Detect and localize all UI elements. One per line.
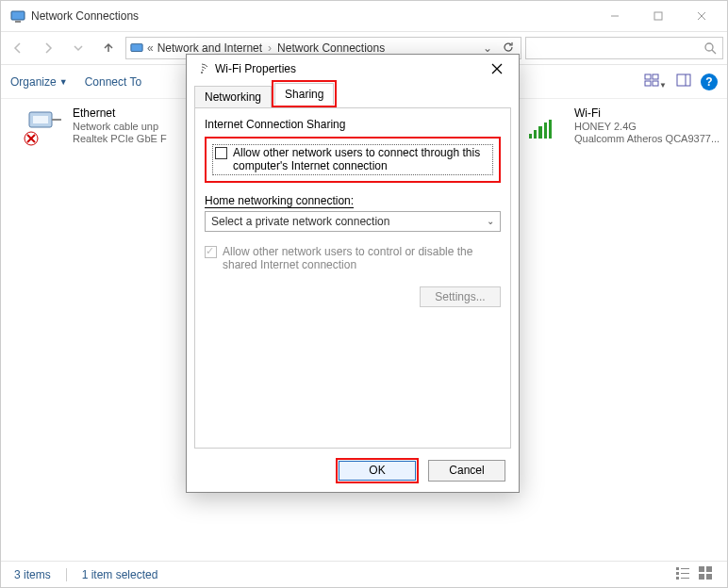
search-box[interactable]: [525, 37, 723, 59]
status-selected-count: 1 item selected: [82, 568, 158, 581]
status-item-count: 3 items: [14, 568, 51, 581]
svg-rect-16: [33, 116, 48, 123]
home-connection-select[interactable]: Select a private network connection ⌄: [205, 211, 501, 232]
adapter-status: HONEY 2.4G: [574, 121, 720, 132]
highlight-ok-button: OK: [336, 458, 419, 483]
dialog-title: Wi-Fi Properties: [215, 62, 483, 75]
search-icon: [703, 41, 717, 55]
svg-rect-13: [677, 74, 690, 86]
back-button[interactable]: [5, 35, 31, 61]
svg-rect-23: [681, 573, 689, 574]
forward-button[interactable]: [35, 35, 61, 61]
svg-point-7: [705, 43, 713, 51]
svg-rect-29: [706, 574, 712, 580]
app-icon: [10, 8, 25, 24]
breadcrumb-sep: ›: [266, 41, 273, 55]
allow-control-label: Allow other network users to control or …: [223, 245, 501, 271]
svg-rect-25: [681, 578, 689, 579]
dialog-titlebar: Wi-Fi Properties: [187, 55, 519, 83]
svg-point-30: [201, 72, 203, 74]
window-titlebar: Network Connections: [1, 1, 727, 31]
close-button[interactable]: [680, 1, 723, 31]
svg-rect-20: [676, 567, 679, 570]
home-connection-value: Select a private network connection: [211, 215, 389, 228]
error-icon: [24, 131, 39, 146]
svg-rect-21: [681, 568, 689, 569]
organize-menu[interactable]: Organize▼: [10, 75, 68, 89]
wifi-icon: [529, 106, 567, 144]
wifi-properties-dialog: Wi-Fi Properties Networking Sharing Inte…: [186, 54, 520, 493]
svg-rect-22: [676, 572, 679, 575]
tab-sharing[interactable]: Sharing: [274, 83, 334, 105]
adapter-wifi[interactable]: Wi-Fi HONEY 2.4G Qualcomm Atheros QCA937…: [529, 106, 728, 144]
minimize-button[interactable]: [593, 1, 637, 31]
adapter-name: Ethernet: [73, 106, 167, 120]
adapter-status: Network cable unp: [73, 121, 167, 132]
allow-connect-label: Allow other network users to connect thr…: [233, 146, 490, 173]
settings-button: Settings...: [420, 286, 501, 307]
dialog-close-button[interactable]: [483, 55, 511, 83]
recent-button[interactable]: [65, 35, 91, 61]
svg-rect-11: [645, 81, 651, 86]
home-connection-label: Home networking connection:: [205, 194, 501, 207]
svg-rect-26: [699, 566, 704, 572]
help-button[interactable]: ?: [701, 74, 718, 90]
chevron-down-icon: ⌄: [487, 216, 494, 226]
allow-control-checkbox: [205, 246, 217, 258]
ok-button[interactable]: OK: [339, 461, 416, 481]
address-dropdown[interactable]: ⌄: [479, 41, 496, 55]
svg-rect-3: [654, 12, 662, 20]
allow-connect-row[interactable]: Allow other network users to connect thr…: [212, 144, 493, 175]
svg-rect-0: [11, 11, 25, 20]
allow-control-row: Allow other network users to control or …: [205, 245, 501, 271]
svg-rect-10: [653, 74, 658, 79]
svg-rect-28: [699, 574, 704, 580]
organize-label: Organize: [10, 75, 57, 89]
preview-pane-button[interactable]: [676, 73, 691, 90]
maximize-button[interactable]: [637, 1, 680, 31]
highlight-sharing-tab: Sharing: [272, 80, 337, 107]
tab-networking[interactable]: Networking: [194, 86, 272, 107]
adapter-device: Qualcomm Atheros QCA9377...: [574, 133, 720, 144]
connect-to-menu[interactable]: Connect To: [85, 75, 142, 89]
large-icons-view-button[interactable]: [697, 564, 714, 584]
svg-line-8: [712, 50, 716, 54]
svg-rect-6: [131, 44, 142, 52]
ethernet-icon: [27, 106, 65, 144]
group-label: Internet Connection Sharing: [205, 118, 501, 131]
adapter-device: Realtek PCIe GbE F: [73, 133, 167, 144]
chevron-down-icon: ▼: [59, 77, 68, 87]
svg-rect-27: [706, 566, 712, 572]
dialog-icon: [194, 61, 209, 76]
allow-connect-checkbox[interactable]: [215, 147, 227, 159]
highlight-allow-checkbox: Allow other network users to connect thr…: [205, 137, 501, 183]
cancel-button[interactable]: Cancel: [428, 460, 505, 482]
status-bar: 3 items 1 item selected: [1, 561, 727, 587]
breadcrumb-prefix: «: [147, 41, 154, 55]
up-button[interactable]: [95, 35, 122, 61]
breadcrumb-item[interactable]: Network Connections: [277, 41, 385, 55]
view-options-button[interactable]: ▼: [644, 73, 667, 90]
sharing-panel: Internet Connection Sharing Allow other …: [194, 107, 511, 449]
svg-rect-9: [645, 74, 651, 79]
adapter-name: Wi-Fi: [574, 106, 720, 120]
dialog-button-row: OK Cancel: [187, 449, 519, 492]
svg-rect-24: [676, 577, 679, 580]
window-title: Network Connections: [31, 9, 593, 23]
dialog-tabs: Networking Sharing: [187, 83, 519, 107]
svg-rect-12: [653, 81, 658, 86]
location-icon: [130, 41, 143, 55]
details-view-button[interactable]: [674, 564, 691, 584]
svg-rect-1: [15, 21, 21, 23]
connect-to-label: Connect To: [85, 75, 142, 89]
breadcrumb-item[interactable]: Network and Internet: [157, 41, 262, 55]
